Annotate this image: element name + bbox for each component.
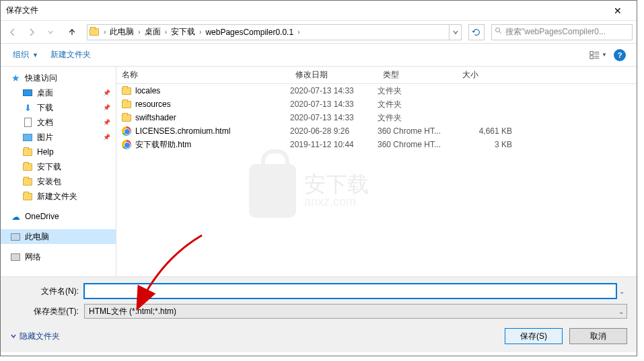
sidebar-quick-access[interactable]: ★快速访问 xyxy=(1,71,116,85)
pin-icon: 📌 xyxy=(103,104,110,111)
hide-folders-toggle[interactable]: 隐藏文件夹 xyxy=(10,331,60,342)
pin-icon: 📌 xyxy=(103,134,110,141)
chevron-right-icon[interactable]: › xyxy=(162,28,170,36)
file-row[interactable]: locales2020-07-13 14:33文件夹 xyxy=(116,84,637,97)
save-file-dialog: 保存文件 ✕ › 此电脑 › 桌面 › 安下载 › webPagesCompil… xyxy=(0,0,637,356)
filename-label: 文件名(N): xyxy=(10,286,84,297)
sidebar-item-installpkg[interactable]: 安装包 xyxy=(1,174,116,189)
titlebar: 保存文件 ✕ xyxy=(1,1,637,21)
file-row[interactable]: resources2020-07-13 14:33文件夹 xyxy=(116,97,637,111)
file-type: 360 Chrome HT... xyxy=(378,126,457,136)
sidebar-this-pc[interactable]: 此电脑 xyxy=(1,229,116,244)
document-icon xyxy=(22,117,33,128)
chevron-right-icon[interactable]: › xyxy=(101,28,108,36)
picture-icon xyxy=(22,132,33,143)
sidebar-item-documents[interactable]: 文档📌 xyxy=(1,115,116,130)
file-type: 文件夹 xyxy=(378,85,457,97)
chrome-icon xyxy=(122,126,131,136)
file-type: 文件夹 xyxy=(378,99,457,110)
breadcrumb-segment[interactable]: 桌面 xyxy=(143,25,162,40)
filetype-combo[interactable]: HTML文件 (*.html;*.htm) ⌄ xyxy=(84,304,627,319)
folder-icon xyxy=(22,176,33,187)
cloud-icon: ☁ xyxy=(10,211,21,222)
nav-bar: › 此电脑 › 桌面 › 安下载 › webPagesCompiler0.0.1… xyxy=(1,21,637,44)
chevron-down-icon: ⌄ xyxy=(618,308,624,315)
breadcrumb-segment[interactable]: 此电脑 xyxy=(108,25,135,40)
folder-icon xyxy=(122,87,131,95)
toolbar: 组织▼ 新建文件夹 ▼ ? xyxy=(1,44,637,67)
back-button[interactable] xyxy=(5,24,21,40)
filetype-label: 保存类型(T): xyxy=(10,306,84,317)
cancel-button[interactable]: 取消 xyxy=(569,328,627,344)
star-icon: ★ xyxy=(10,73,21,83)
file-date: 2020-07-13 14:33 xyxy=(290,99,378,109)
chevron-right-icon[interactable]: › xyxy=(295,28,302,36)
sidebar-onedrive[interactable]: ☁OneDrive xyxy=(1,209,116,224)
folder-icon xyxy=(122,101,131,108)
column-type[interactable]: 类型 xyxy=(378,67,457,83)
file-type: 360 Chrome HT... xyxy=(378,140,457,149)
sidebar-item-pictures[interactable]: 图片📌 xyxy=(1,130,116,145)
file-size: 3 KB xyxy=(457,140,512,149)
up-button[interactable] xyxy=(64,24,80,40)
file-type: 文件夹 xyxy=(378,112,457,124)
pc-icon xyxy=(10,231,21,242)
dialog-title: 保存文件 xyxy=(6,5,604,16)
refresh-button[interactable] xyxy=(468,24,485,40)
folder-icon xyxy=(22,191,33,202)
chevron-right-icon[interactable]: › xyxy=(135,28,143,36)
folder-icon xyxy=(22,147,33,157)
sidebar-item-desktop[interactable]: 桌面📌 xyxy=(1,85,116,100)
breadcrumb[interactable]: › 此电脑 › 桌面 › 安下载 › webPagesCompiler0.0.1… xyxy=(87,24,462,40)
filetype-value: HTML文件 (*.html;*.htm) xyxy=(89,306,176,317)
folder-icon xyxy=(87,28,101,36)
view-options-button[interactable]: ▼ xyxy=(589,47,607,63)
chevron-down-icon xyxy=(10,333,17,339)
file-name: resources xyxy=(135,99,171,109)
new-folder-button[interactable]: 新建文件夹 xyxy=(46,46,95,63)
help-icon: ? xyxy=(614,49,626,61)
svg-rect-2 xyxy=(590,55,593,58)
column-name[interactable]: 名称 xyxy=(116,67,290,83)
filename-input[interactable] xyxy=(84,284,616,298)
column-size[interactable]: 大小 xyxy=(457,67,517,83)
file-name: LICENSES.chromium.html xyxy=(135,126,230,136)
pin-icon: 📌 xyxy=(103,89,110,96)
chevron-right-icon[interactable]: › xyxy=(196,28,204,36)
sidebar-item-newfolder[interactable]: 新建文件夹 xyxy=(1,189,116,204)
breadcrumb-segment[interactable]: webPagesCompiler0.0.1 xyxy=(204,25,295,40)
desktop-icon xyxy=(22,87,33,98)
chevron-down-icon[interactable]: ⌄ xyxy=(616,288,627,295)
file-date: 2020-07-13 14:33 xyxy=(290,86,378,95)
help-button[interactable]: ? xyxy=(611,47,629,63)
file-row[interactable]: swiftshader2020-07-13 14:33文件夹 xyxy=(116,111,637,124)
svg-rect-1 xyxy=(590,51,593,54)
forward-button[interactable] xyxy=(24,24,40,40)
pin-icon: 📌 xyxy=(103,119,110,126)
sidebar-item-help[interactable]: Help xyxy=(1,145,116,159)
download-icon: ⬇ xyxy=(22,102,33,113)
sidebar-item-downloads[interactable]: ⬇下载📌 xyxy=(1,100,116,115)
sidebar-item-anxz[interactable]: 安下载 xyxy=(1,159,116,174)
chrome-icon xyxy=(122,140,131,149)
sidebar-network[interactable]: 网络 xyxy=(1,249,116,264)
column-date[interactable]: 修改日期 xyxy=(290,67,378,83)
save-button[interactable]: 保存(S) xyxy=(505,328,563,344)
search-input[interactable]: 搜索"webPagesCompiler0... xyxy=(491,24,633,40)
file-date: 2019-11-12 10:44 xyxy=(290,140,378,149)
close-button[interactable]: ✕ xyxy=(604,1,631,21)
svg-point-0 xyxy=(496,28,500,32)
breadcrumb-segment[interactable]: 安下载 xyxy=(170,25,196,40)
file-name: swiftshader xyxy=(135,113,176,122)
organize-menu[interactable]: 组织▼ xyxy=(9,46,42,63)
main-area: ★快速访问 桌面📌 ⬇下载📌 文档📌 图片📌 Help 安下载 安装包 新建文件… xyxy=(1,67,637,276)
sidebar: ★快速访问 桌面📌 ⬇下载📌 文档📌 图片📌 Help 安下载 安装包 新建文件… xyxy=(1,67,116,276)
history-dropdown[interactable] xyxy=(42,24,59,40)
file-row[interactable]: 安下载帮助.htm2019-11-12 10:44360 Chrome HT..… xyxy=(116,138,637,151)
file-name: 安下载帮助.htm xyxy=(135,139,191,151)
breadcrumb-dropdown[interactable] xyxy=(449,25,461,40)
file-size: 4,661 KB xyxy=(457,126,512,136)
folder-icon xyxy=(122,114,131,122)
search-icon xyxy=(495,27,503,37)
file-row[interactable]: LICENSES.chromium.html2020-06-28 9:26360… xyxy=(116,124,637,138)
